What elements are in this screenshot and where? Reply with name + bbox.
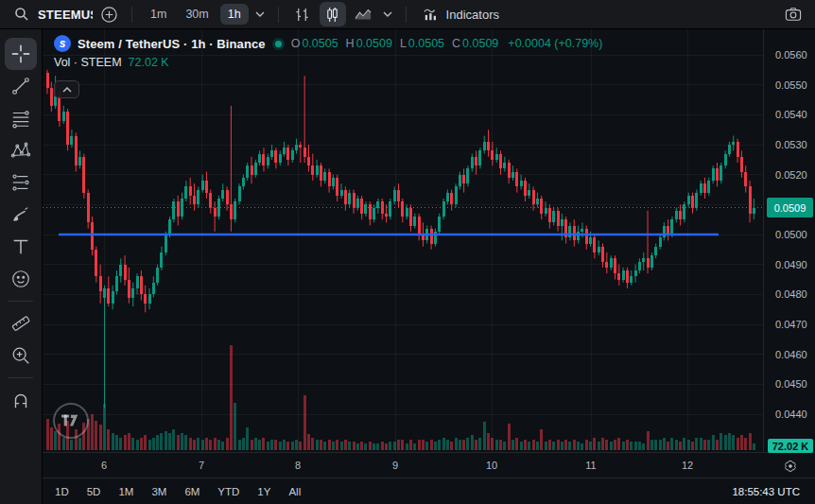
price-axis-label: 0.0520 [775, 169, 807, 181]
trading-chart-app: STEEMUS 1m 30m 1h [0, 0, 815, 504]
toolbar-divider [406, 7, 407, 23]
price-axis-label: 0.0560 [775, 49, 807, 61]
sidebar-divider [9, 301, 33, 302]
crosshair-tool-button[interactable] [5, 38, 37, 70]
price-axis-label: 0.0540 [775, 109, 807, 120]
magnet-tool-button[interactable] [5, 384, 37, 416]
time-axis-label: 12 [682, 460, 693, 471]
chart-legend[interactable]: s Steem / TetherUS · 1h · Binance O0.050… [54, 35, 602, 52]
top-toolbar: STEEMUS 1m 30m 1h [0, 0, 815, 29]
symbol-title[interactable]: Steem / TetherUS · 1h · Binance [78, 37, 266, 51]
open-value: 0.0505 [302, 37, 338, 50]
ruler-tool-button[interactable] [5, 307, 37, 339]
text-tool-button[interactable] [5, 231, 37, 263]
sidebar-divider [9, 377, 33, 378]
range-button-all[interactable]: All [283, 483, 306, 500]
market-status-icon[interactable] [272, 38, 285, 50]
interval-1h-button[interactable]: 1h [220, 4, 249, 25]
volume-value: 72.02 K [129, 56, 169, 69]
toolbar-divider [131, 7, 132, 23]
change-value: +0.0004 (+0.79%) [508, 37, 602, 50]
price-axis-label: 0.0480 [775, 288, 807, 300]
indicators-button[interactable]: Indicators [417, 4, 505, 25]
fib-retracement-tool-button[interactable] [5, 102, 37, 134]
low-value: 0.0505 [408, 37, 444, 50]
last-price-badge: 0.0509 [767, 198, 813, 217]
clock-utc[interactable]: 18:55:43 UTC [732, 486, 800, 497]
brush-tool-button[interactable] [5, 199, 37, 231]
trend-line-tool-button[interactable] [5, 70, 37, 102]
range-button-6m[interactable]: 6M [179, 483, 205, 500]
search-icon[interactable] [9, 2, 34, 26]
toolbar-divider [278, 7, 279, 23]
compare-add-icon[interactable] [96, 2, 121, 26]
volume-badge: 72.02 K [768, 439, 813, 453]
tradingview-watermark-logo [53, 403, 89, 439]
range-button-3m[interactable]: 3M [146, 483, 172, 500]
price-axis-label: 0.0470 [775, 319, 807, 330]
style-menu-chevron-down-icon[interactable] [380, 11, 395, 17]
range-button-1y[interactable]: 1Y [251, 483, 276, 500]
legend-collapse-button[interactable] [54, 80, 79, 98]
xabcd-pattern-tool-button[interactable] [5, 134, 37, 166]
symbol-search-input[interactable]: STEEMUS [38, 8, 93, 22]
forecast-tool-button[interactable] [5, 166, 37, 199]
time-axis-label: 8 [295, 460, 301, 471]
indicators-icon [423, 7, 440, 22]
interval-1m-button[interactable]: 1m [143, 4, 174, 25]
volume-legend[interactable]: Vol · STEEM 72.02 K [54, 56, 169, 69]
price-axis-label: 0.0550 [775, 79, 807, 91]
time-axis-label: 10 [486, 460, 497, 471]
high-value: 0.0509 [356, 37, 392, 50]
bottom-toolbar: 1D5D1M3M6MYTD1YAll 18:55:43 UTC [43, 478, 815, 504]
interval-30m-button[interactable]: 30m [178, 4, 216, 25]
range-button-ytd[interactable]: YTD [212, 483, 245, 500]
interval-menu-chevron-down-icon[interactable] [252, 11, 268, 17]
price-axis-label: 0.0460 [775, 349, 807, 360]
time-axis-label: 11 [585, 460, 596, 471]
price-axis-label: 0.0530 [775, 139, 807, 150]
price-axis-label: 0.0500 [775, 229, 807, 240]
axis-settings-gear-icon[interactable] [781, 457, 800, 476]
zoom-in-tool-button[interactable] [5, 339, 37, 372]
snapshot-camera-icon[interactable] [781, 2, 806, 26]
time-axis-label: 9 [392, 460, 398, 471]
price-axis[interactable]: 0.0509 72.02 K 0.05600.05500.05400.05300… [763, 29, 815, 452]
indicators-label: Indicators [446, 8, 499, 22]
close-value: 0.0509 [462, 37, 498, 50]
volume-label: Vol · STEEM [54, 56, 122, 69]
chart-style-bars-icon[interactable] [289, 2, 316, 26]
price-axis-label: 0.0450 [775, 378, 807, 390]
chart-style-candles-icon[interactable] [320, 2, 346, 26]
ohlc-values: O0.0505 H0.0509 L0.0505 C0.0509 +0.0004 … [291, 37, 603, 50]
candlestick-chart[interactable] [43, 29, 763, 452]
price-axis-label: 0.0490 [775, 259, 807, 270]
range-button-5d[interactable]: 5D [81, 483, 107, 500]
steem-coin-icon: s [54, 35, 71, 52]
emoji-tool-button[interactable] [5, 263, 37, 295]
chart-style-area-icon[interactable] [350, 2, 376, 26]
range-button-1m[interactable]: 1M [113, 483, 139, 500]
range-button-1d[interactable]: 1D [49, 483, 75, 500]
time-axis[interactable]: 6789101112 [43, 452, 815, 478]
price-axis-label: 0.0440 [775, 408, 807, 420]
time-axis-label: 6 [101, 460, 107, 471]
drawing-toolbar [0, 29, 43, 504]
time-axis-label: 7 [199, 460, 204, 471]
